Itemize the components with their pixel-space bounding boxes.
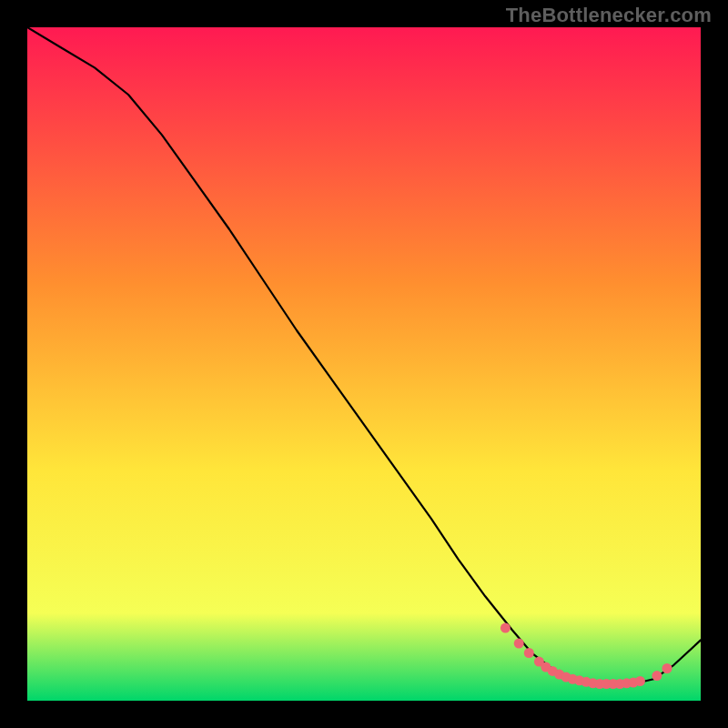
curve-marker bbox=[500, 623, 511, 633]
chart-stage: TheBottlenecker.com bbox=[0, 0, 728, 728]
curve-marker bbox=[514, 639, 524, 649]
curve-marker bbox=[652, 671, 662, 681]
curve-marker bbox=[635, 676, 645, 686]
gradient-background bbox=[27, 27, 701, 701]
plot-area bbox=[27, 27, 701, 701]
watermark-text: TheBottlenecker.com bbox=[506, 4, 712, 27]
chart-svg bbox=[27, 27, 701, 701]
curve-marker bbox=[662, 663, 672, 673]
curve-marker bbox=[524, 648, 534, 658]
